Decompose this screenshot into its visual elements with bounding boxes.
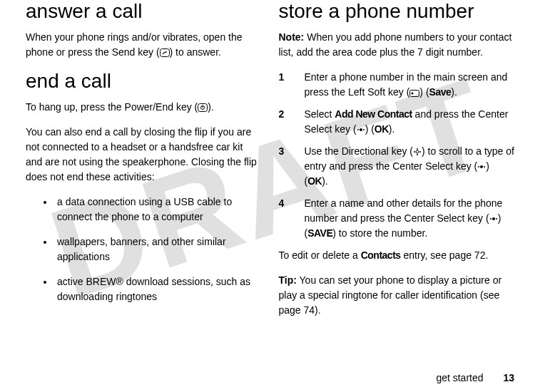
note-text: When you add phone numbers to your conta… <box>279 31 512 58</box>
end-key-icon <box>198 103 208 112</box>
svg-point-13 <box>417 154 418 155</box>
text: ) to answer. <box>170 46 221 58</box>
para-flip-note: You can also end a call by closing the f… <box>26 125 262 185</box>
page-number: 13 <box>503 372 514 383</box>
contacts-label: Contacts <box>361 249 401 261</box>
store-number-steps: 1 Enter a phone number in the main scree… <box>279 70 515 241</box>
step-number: 2 <box>279 107 305 137</box>
heading-end-call: end a call <box>26 70 262 93</box>
text: ) to store the number. <box>332 227 427 239</box>
para-note: Note: When you add phone numbers to your… <box>279 30 515 60</box>
text: Use the Directional key ( <box>305 145 414 157</box>
center-select-icon <box>477 163 486 171</box>
svg-point-16 <box>484 166 485 167</box>
list-item: 2 Select Add New Contact and press the C… <box>279 107 515 137</box>
left-soft-key-icon <box>409 90 419 97</box>
note-label: Note: <box>279 31 305 43</box>
text: Enter a name and other details for the p… <box>305 197 503 224</box>
step-number: 4 <box>279 196 305 241</box>
tip-text: You can set your phone to display a pict… <box>279 274 502 316</box>
para-edit-delete: To edit or delete a Contacts entry, see … <box>279 248 515 263</box>
list-item: 1 Enter a phone number in the main scree… <box>279 70 515 100</box>
svg-point-18 <box>490 218 491 220</box>
save-label: SAVE <box>307 227 332 239</box>
svg-point-7 <box>357 129 359 130</box>
text: ). <box>389 123 395 135</box>
left-column: answer a call When your phone rings and/… <box>17 0 270 328</box>
svg-rect-0 <box>160 49 169 57</box>
list-item: active BREW® download sessions, such as … <box>54 274 262 304</box>
send-key-icon <box>160 48 170 57</box>
list-item: a data connection using a USB cable to c… <box>54 195 262 225</box>
svg-point-14 <box>480 165 483 168</box>
text: To edit or delete a <box>279 249 361 261</box>
text: Enter a phone number in the main screen … <box>305 71 508 98</box>
page-footer: get started 13 <box>436 372 514 383</box>
text: ). <box>208 101 214 113</box>
svg-point-11 <box>419 151 421 153</box>
svg-rect-4 <box>410 91 419 97</box>
step-number: 1 <box>279 70 305 100</box>
step-text: Use the Directional key () to scroll to … <box>305 144 515 189</box>
svg-point-12 <box>417 148 418 150</box>
end-call-exceptions-list: a data connection using a USB cable to c… <box>26 195 262 304</box>
directional-key-icon <box>413 148 422 156</box>
svg-point-9 <box>416 150 419 153</box>
center-select-icon <box>489 215 498 223</box>
right-column: store a phone number Note: When you add … <box>270 0 524 328</box>
text: ) ( <box>419 86 429 98</box>
svg-point-17 <box>492 217 495 220</box>
save-label: Save <box>429 86 452 98</box>
para-answer: When your phone rings and/or vibrates, o… <box>26 30 262 60</box>
list-item: wallpapers, banners, and other similar a… <box>54 234 262 264</box>
svg-point-8 <box>363 129 365 130</box>
add-new-contact-label: Add New Contact <box>335 108 412 120</box>
heading-answer-call: answer a call <box>26 0 262 23</box>
para-hangup: To hang up, press the Power/End key (). <box>26 100 262 115</box>
text: ) ( <box>365 123 375 135</box>
svg-point-10 <box>414 151 415 153</box>
svg-point-5 <box>412 93 414 95</box>
para-tip: Tip: You can set your phone to display a… <box>279 273 515 318</box>
text: ). <box>322 175 328 187</box>
text: To hang up, press the Power/End key ( <box>26 101 198 113</box>
svg-point-6 <box>360 128 362 131</box>
svg-point-15 <box>478 166 479 167</box>
list-item: 4 Enter a name and other details for the… <box>279 196 515 241</box>
text: ). <box>451 86 457 98</box>
heading-store-number: store a phone number <box>279 0 515 23</box>
content-columns: answer a call When your phone rings and/… <box>0 0 540 328</box>
list-item: 3 Use the Directional key () to scroll t… <box>279 144 515 189</box>
step-text: Select Add New Contact and press the Cen… <box>305 107 515 137</box>
ok-label: OK <box>375 123 389 135</box>
text: entry, see page 72. <box>401 249 489 261</box>
center-select-icon <box>357 125 365 134</box>
text: Select <box>305 108 335 120</box>
tip-label: Tip: <box>279 274 297 286</box>
section-name: get started <box>436 372 483 383</box>
ok-label: OK <box>307 175 322 187</box>
step-number: 3 <box>279 144 305 189</box>
step-text: Enter a name and other details for the p… <box>305 196 515 241</box>
step-text: Enter a phone number in the main screen … <box>305 70 515 100</box>
svg-point-19 <box>496 218 497 220</box>
